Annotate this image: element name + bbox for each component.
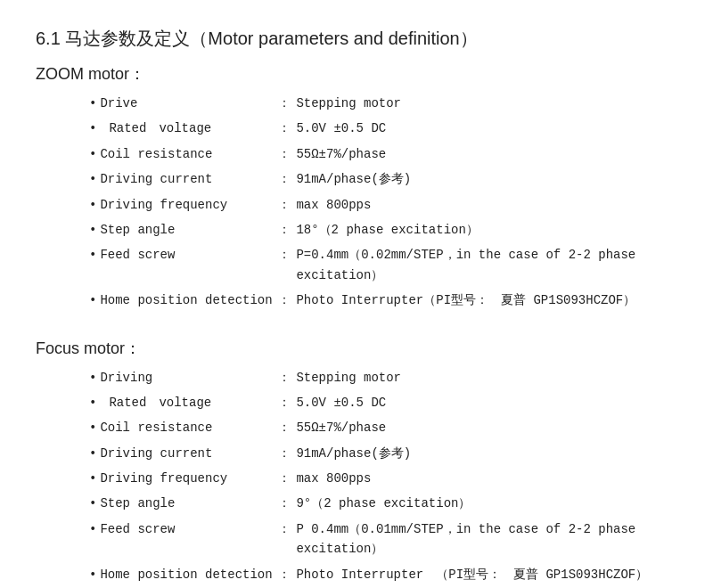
param-name: Rated voltage [100,118,278,138]
param-value: 55Ω±7%/phase [296,418,677,437]
list-item: •Step angle：18°（2 phase excitation） [89,220,677,240]
param-name: Driving [100,368,278,388]
list-item: •Driving frequency：max 800pps [89,469,677,488]
bullet-icon: • [89,494,96,513]
list-item: •Coil resistance：55Ω±7%/phase [89,144,677,164]
bullet-icon: • [89,368,96,388]
param-colon: ： [278,494,291,513]
focus-motor-section: Focus motor： •Driving：Stepping motor•Rat… [36,338,677,585]
bullet-icon: • [89,144,96,164]
param-colon: ： [278,195,291,215]
param-value: 18°（2 phase excitation） [296,220,677,240]
param-colon: ： [278,418,291,437]
param-colon: ： [278,393,291,412]
param-name: Rated voltage [100,393,278,412]
param-value: Photo Interrupter （PI型号： 夏普 GP1S093HCZOF… [296,565,677,584]
list-item: •Coil resistance：55Ω±7%/phase [89,418,677,437]
bullet-icon: • [89,418,96,437]
bullet-icon: • [89,118,96,138]
param-name: Home position detection [100,565,278,584]
param-colon: ： [278,94,291,113]
param-name: Driving frequency [100,195,278,215]
list-item: •Step angle：9°（2 phase excitation） [89,494,677,513]
param-value: 55Ω±7%/phase [296,144,677,164]
list-item: •Rated voltage：5.0V ±0.5 DC [89,393,677,412]
zoom-motor-heading: ZOOM motor： [36,63,677,85]
param-name: Coil resistance [100,418,278,437]
focus-motor-params: •Driving：Stepping motor•Rated voltage：5.… [36,368,677,585]
param-value: Stepping motor [296,94,677,113]
list-item: •Driving current：91mA/phase(参考) [89,169,677,189]
param-colon: ： [278,565,291,584]
param-value: 5.0V ±0.5 DC [296,118,677,138]
list-item: •Driving current：91mA/phase(参考) [89,444,677,463]
param-value: 9°（2 phase excitation） [296,494,677,513]
param-colon: ： [278,444,291,463]
bullet-icon: • [89,195,96,215]
param-colon: ： [278,169,291,189]
param-name: Home position detection [100,290,278,310]
param-value: 5.0V ±0.5 DC [296,393,677,412]
param-colon: ： [278,469,291,488]
page-title: 6.1 马达参数及定义（Motor parameters and definit… [36,27,677,51]
bullet-icon: • [89,469,96,488]
param-colon: ： [278,144,291,164]
list-item: •Home position detection：Photo Interrupt… [89,565,677,584]
param-colon: ： [278,220,291,240]
param-name: Step angle [100,494,278,513]
param-name: Driving current [100,444,278,463]
param-name: Step angle [100,220,278,240]
bullet-icon: • [89,519,96,539]
param-value: P 0.4mm（0.01mm/STEP，in the case of 2-2 p… [296,519,677,559]
bullet-icon: • [89,565,96,584]
param-value: max 800pps [296,195,677,215]
param-value: 91mA/phase(参考) [296,444,677,463]
list-item: •Rated voltage：5.0V ±0.5 DC [89,118,677,138]
list-item: •Home position detection：Photo Interrupt… [89,290,677,310]
param-colon: ： [278,245,291,265]
param-colon: ： [278,290,291,310]
bullet-icon: • [89,169,96,189]
list-item: •Feed screw：P 0.4mm（0.01mm/STEP，in the c… [89,519,677,559]
param-name: Feed screw [100,519,278,539]
param-name: Coil resistance [100,144,278,164]
list-item: •Feed screw：P=0.4mm（0.02mm/STEP，in the c… [89,245,677,285]
param-value: Stepping motor [296,368,677,388]
bullet-icon: • [89,245,96,265]
param-name: Drive [100,94,278,113]
param-colon: ： [278,118,291,138]
list-item: •Drive：Stepping motor [89,94,677,113]
param-name: Feed screw [100,245,278,265]
param-colon: ： [278,368,291,388]
focus-motor-heading: Focus motor： [36,338,677,359]
bullet-icon: • [89,444,96,463]
param-value: max 800pps [296,469,677,488]
bullet-icon: • [89,220,96,240]
zoom-motor-section: ZOOM motor： •Drive：Stepping motor•Rated … [36,63,677,311]
bullet-icon: • [89,393,96,412]
param-name: Driving frequency [100,469,278,488]
zoom-motor-params: •Drive：Stepping motor•Rated voltage：5.0V… [36,94,677,311]
bullet-icon: • [89,290,96,310]
param-value: Photo Interrupter（PI型号： 夏普 GP1S093HCZOF） [296,290,677,310]
param-name: Driving current [100,169,278,189]
param-value: 91mA/phase(参考) [296,169,677,189]
param-value: P=0.4mm（0.02mm/STEP，in the case of 2-2 p… [296,245,677,285]
bullet-icon: • [89,94,96,113]
param-colon: ： [278,519,291,539]
list-item: •Driving frequency：max 800pps [89,195,677,215]
list-item: •Driving：Stepping motor [89,368,677,388]
